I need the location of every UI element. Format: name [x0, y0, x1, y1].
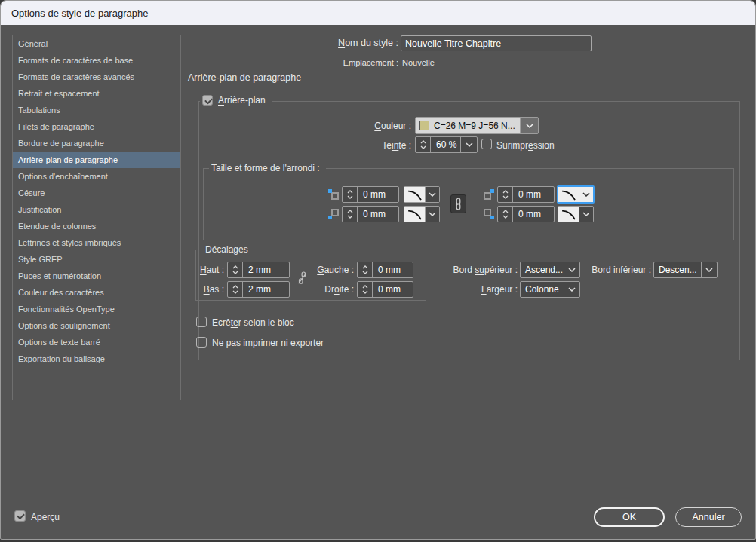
width-value: Colonne [521, 282, 564, 297]
dialog-title: Options de style de paragraphe [11, 8, 148, 19]
background-enabled-checkbox[interactable] [202, 95, 213, 106]
offset-right-stepper[interactable] [358, 282, 373, 297]
chevron-down-icon [701, 262, 717, 277]
ok-button[interactable]: OK [594, 507, 665, 527]
sidebar-item-general[interactable]: Général [13, 35, 180, 52]
corner-topleft-shape-select[interactable] [404, 186, 440, 203]
width-label: Largeur : [435, 284, 518, 295]
sidebar-item-soulignement[interactable]: Options de soulignement [13, 317, 180, 334]
corner-bottomleft-shape-select[interactable] [404, 206, 440, 222]
sidebar-item-cesure[interactable]: Césure [13, 185, 180, 201]
offset-top-stepper[interactable] [228, 262, 243, 277]
tint-stepper[interactable] [416, 137, 431, 152]
overprint-checkbox[interactable] [481, 139, 492, 149]
corner-bottomleft-value[interactable]: 0 mm [358, 207, 398, 222]
sidebar-item-style-grep[interactable]: Style GREP [13, 251, 180, 268]
chevron-down-icon [579, 187, 593, 202]
cancel-button[interactable]: Annuler [675, 507, 742, 527]
offset-left-stepper[interactable] [358, 262, 373, 277]
sidebar-item-balisage[interactable]: Exportation du balisage [13, 351, 180, 367]
corner-topleft-size-field[interactable]: 0 mm [342, 186, 399, 203]
sidebar-item-puces[interactable]: Puces et numérotation [13, 268, 180, 284]
sidebar-item-filets[interactable]: Filets de paragraphe [13, 118, 180, 135]
offset-top-label: Haut : [186, 265, 224, 275]
clip-to-frame-checkbox[interactable] [196, 317, 207, 327]
preview-checkbox[interactable] [14, 510, 26, 522]
corner-bottomright-shape-select[interactable] [558, 206, 594, 222]
tint-value[interactable]: 60 % [431, 137, 460, 152]
offset-bottom-label: Bas : [186, 284, 224, 295]
sidebar-item-formats-avances[interactable]: Formats de caractères avancés [13, 69, 180, 85]
top-edge-value: Ascend... [521, 262, 564, 277]
offset-bottom-value[interactable]: 2 mm [243, 282, 289, 297]
dialog-titlebar[interactable]: Options de style de paragraphe [1, 1, 755, 25]
sidebar-item-retrait[interactable]: Retrait et espacement [13, 85, 180, 102]
corner-group-legend: Taille et forme de l'arrondi : [209, 163, 326, 173]
preview-label: Aperçu [31, 512, 60, 522]
sidebar-item-tabulations[interactable]: Tabulations [13, 102, 180, 118]
chain-icon [454, 198, 463, 210]
offset-right-value[interactable]: 0 mm [373, 282, 413, 297]
chevron-down-icon [425, 187, 439, 202]
chevron-down-icon [564, 282, 579, 297]
sidebar-item-formats-base[interactable]: Formats de caractères de base [13, 52, 180, 69]
color-swatch-cell: C=26 M=9 J=56 N... [416, 118, 520, 133]
corner-bottomleft-size-field[interactable]: 0 mm [342, 206, 399, 222]
bottom-edge-select[interactable]: Descen... [653, 262, 718, 278]
corner-bottomright-value[interactable]: 0 mm [513, 207, 554, 222]
sidebar-item-etendue-colonnes[interactable]: Etendue de colonnes [13, 218, 180, 234]
corner-topleft-value[interactable]: 0 mm [358, 187, 398, 202]
offset-top-field[interactable]: 2 mm [227, 262, 290, 278]
offset-left-field[interactable]: 0 mm [357, 262, 413, 278]
sidebar-item-opentype[interactable]: Fonctionnalités OpenType [13, 301, 180, 317]
chevron-down-icon [425, 207, 439, 222]
offset-bottom-stepper[interactable] [228, 282, 243, 297]
corner-topright-value[interactable]: 0 mm [513, 187, 554, 202]
settings-nav: Général Formats de caractères de base Fo… [12, 35, 181, 400]
color-label: Couleur : [318, 121, 411, 131]
bottom-edge-label: Bord inférieur : [582, 265, 651, 275]
page-title: Arrière-plan de paragraphe [188, 72, 301, 83]
no-print-label: Ne pas imprimer ni exporter [212, 338, 324, 348]
corner-topright-stepper[interactable] [498, 187, 513, 202]
sidebar-item-arriere-plan[interactable]: Arrière-plan de paragraphe [13, 152, 180, 168]
corner-topleft-icon [328, 189, 339, 200]
tint-field[interactable]: 60 % [415, 136, 478, 153]
corner-shape-icon [558, 187, 579, 202]
sidebar-item-couleur-caracteres[interactable]: Couleur des caractères [13, 284, 180, 301]
corner-bottomleft-stepper[interactable] [343, 207, 358, 222]
color-value: C=26 M=9 J=56 N... [434, 121, 515, 131]
offset-left-value[interactable]: 0 mm [373, 262, 413, 277]
sidebar-item-enchainement[interactable]: Options d'enchaînement [13, 168, 180, 185]
corner-shape-icon [404, 187, 425, 202]
corner-bottomright-size-field[interactable]: 0 mm [497, 206, 555, 222]
corner-bottomright-stepper[interactable] [498, 207, 513, 222]
corner-bottomleft-icon [328, 209, 339, 219]
location-label: Emplacement : [295, 58, 398, 67]
offset-bottom-field[interactable]: 2 mm [227, 281, 290, 298]
corner-shape-icon [404, 207, 425, 222]
corner-group [203, 168, 734, 240]
corner-topleft-stepper[interactable] [343, 187, 358, 202]
top-edge-select[interactable]: Ascend... [520, 262, 580, 278]
sidebar-item-texte-barre[interactable]: Options de texte barré [13, 334, 180, 351]
offset-right-field[interactable]: 0 mm [357, 281, 413, 298]
color-select[interactable]: C=26 M=9 J=56 N... [415, 117, 539, 134]
chevron-down-icon[interactable] [460, 137, 477, 152]
no-print-checkbox[interactable] [196, 337, 207, 348]
corner-shape-icon [558, 207, 579, 222]
corner-topright-size-field[interactable]: 0 mm [497, 186, 555, 203]
bottom-edge-value: Descen... [654, 262, 701, 277]
sidebar-item-justification[interactable]: Justification [13, 201, 180, 218]
link-corners-button[interactable] [450, 194, 466, 213]
offset-right-label: Droite : [301, 284, 354, 295]
width-select[interactable]: Colonne [520, 281, 580, 298]
offset-top-value[interactable]: 2 mm [243, 262, 289, 277]
style-name-input[interactable] [401, 35, 592, 51]
sidebar-item-bordure[interactable]: Bordure de paragraphe [13, 135, 180, 152]
sidebar-item-lettrines[interactable]: Lettrines et styles imbriqués [13, 234, 180, 251]
tint-label: Teinte : [318, 140, 411, 151]
color-swatch [419, 121, 429, 130]
corner-topright-shape-select[interactable] [557, 185, 595, 204]
chevron-down-icon [579, 207, 593, 222]
